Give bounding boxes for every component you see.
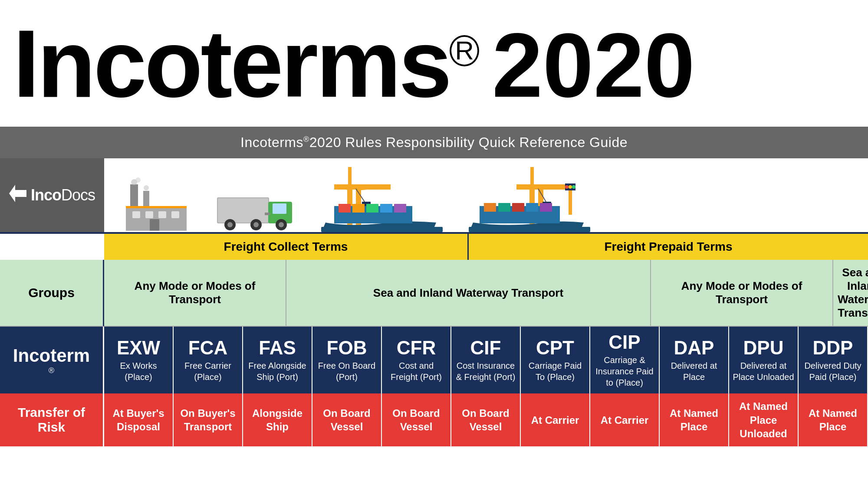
incoterm-label-reg: ® <box>49 366 54 375</box>
svg-point-18 <box>227 222 233 227</box>
svg-rect-34 <box>339 204 351 213</box>
incoterm-name-cpt: Carriage Paid To (Place) <box>523 360 587 383</box>
risk-col-0: At Buyer's Disposal <box>104 393 174 446</box>
svg-rect-9 <box>158 211 166 218</box>
incoterm-col-dap: DAP Delivered at Place <box>660 327 729 393</box>
incoterm-code-dap: DAP <box>674 337 714 358</box>
svg-rect-38 <box>394 204 406 213</box>
truck-illustration <box>217 189 295 232</box>
freight-prepaid-box: Freight Prepaid Terms <box>469 234 868 260</box>
svg-rect-36 <box>366 204 378 213</box>
svg-rect-50 <box>526 203 538 212</box>
registered-mark: R <box>450 35 479 66</box>
logo-docs: Docs <box>61 186 95 204</box>
risk-col-9: At Named Place Unloaded <box>729 393 799 446</box>
factory-illustration <box>122 176 191 232</box>
incoterm-name-cif: Cost Insurance & Freight (Port) <box>454 360 517 383</box>
svg-point-54 <box>565 185 569 189</box>
risk-row: Transfer of Risk At Buyer's DisposalOn B… <box>0 393 868 446</box>
risk-col-1: On Buyer's Transport <box>174 393 243 446</box>
incoterm-cols: EXW Ex Works (Place) FCA Free Carrier (P… <box>104 327 868 393</box>
bottom-row <box>0 446 868 464</box>
incoterm-col-fas: FAS Free Alongside Ship (Port) <box>243 327 312 393</box>
freight-spacer <box>0 234 104 260</box>
logo-illustration-row: IncoDocs <box>0 158 868 234</box>
incoterm-code-exw: EXW <box>117 337 160 358</box>
title-section: IncotermsR2020 <box>0 0 868 127</box>
incoterm-name-fob: Free On Board (Port) <box>315 360 378 383</box>
title-year: 2020 <box>492 13 695 118</box>
svg-rect-23 <box>265 213 270 215</box>
incoterm-col-cpt: CPT Carriage Paid To (Place) <box>521 327 590 393</box>
title-main: Incoterms <box>13 16 450 111</box>
incoterm-code-fob: FOB <box>327 337 367 358</box>
svg-rect-49 <box>512 203 524 212</box>
svg-rect-41 <box>516 184 573 190</box>
incoterm-code-fca: FCA <box>188 337 227 358</box>
port1-illustration <box>321 163 443 232</box>
incoterm-col-fob: FOB Free On Board (Port) <box>312 327 382 393</box>
risk-col-6: At Carrier <box>521 393 590 446</box>
incoterm-code-cip: CIP <box>608 332 640 353</box>
freight-collect-box: Freight Collect Terms <box>104 234 469 260</box>
incodocs-icon <box>9 185 26 206</box>
risk-col-8: At Named Place <box>660 393 729 446</box>
incoterm-col-exw: EXW Ex Works (Place) <box>104 327 174 393</box>
svg-rect-10 <box>171 211 179 218</box>
svg-marker-0 <box>9 185 26 202</box>
svg-rect-35 <box>352 204 365 213</box>
illustration-area <box>104 158 868 232</box>
incoterm-code-cpt: CPT <box>536 337 574 358</box>
incoterm-name-cfr: Cost and Freight (Port) <box>385 360 448 383</box>
incoterm-row: Incoterm ® EXW Ex Works (Place) FCA Free… <box>0 327 868 393</box>
gray-banner: Incoterms®2020 Rules Responsibility Quic… <box>0 127 868 158</box>
svg-point-22 <box>279 222 284 227</box>
logo-box: IncoDocs <box>0 158 104 232</box>
group-any-mode2: Any Mode or Modes of Transport <box>651 260 833 327</box>
groups-label-cell: Groups <box>0 260 104 327</box>
svg-point-55 <box>569 185 572 189</box>
incoterm-label-cell: Incoterm ® <box>0 327 104 393</box>
group-sea-inland: Sea and Inland Waterway Transport <box>286 260 651 327</box>
incoterm-code-cif: CIF <box>470 337 501 358</box>
group-sea-inland2: Sea and Inland Waterway Transport <box>833 260 868 327</box>
svg-rect-48 <box>498 203 510 212</box>
incoterm-name-fas: Free Alongside Ship (Port) <box>246 360 309 383</box>
risk-col-10: At Named Place <box>799 393 868 446</box>
incoterm-code-cfr: CFR <box>397 337 436 358</box>
freight-row: Freight Collect Terms Freight Prepaid Te… <box>0 234 868 260</box>
risk-col-7: At Carrier <box>590 393 660 446</box>
incoterm-label: Incoterm <box>13 345 90 366</box>
svg-rect-51 <box>540 203 552 212</box>
banner-text: Incoterms®2020 Rules Responsibility Quic… <box>240 134 628 150</box>
svg-rect-8 <box>145 211 153 218</box>
svg-rect-12 <box>126 206 187 208</box>
svg-rect-47 <box>484 203 496 212</box>
risk-col-2: Alongside Ship <box>243 393 312 446</box>
groups-label: Groups <box>28 285 75 300</box>
incoterm-name-cip: Carriage & Insurance Paid to (Place) <box>593 354 656 388</box>
incoterm-col-cif: CIF Cost Insurance & Freight (Port) <box>451 327 521 393</box>
groups-row: Groups Any Mode or Modes of Transport Se… <box>0 260 868 327</box>
incoterm-name-exw: Ex Works (Place) <box>107 360 170 383</box>
logo-text: IncoDocs <box>31 186 95 204</box>
port2-illustration <box>469 163 590 232</box>
svg-point-56 <box>572 185 575 189</box>
risk-col-5: On Board Vessel <box>451 393 521 446</box>
incoterm-code-dpu: DPU <box>743 337 784 358</box>
risk-col-3: On Board Vessel <box>312 393 382 446</box>
logo-inco: Inco <box>31 186 61 204</box>
svg-rect-2 <box>143 191 149 208</box>
svg-rect-16 <box>273 203 286 214</box>
incoterm-name-dap: Delivered at Place <box>662 360 726 383</box>
svg-rect-29 <box>348 167 352 191</box>
risk-label: Transfer of Risk <box>4 405 99 435</box>
svg-point-20 <box>253 222 259 227</box>
svg-point-4 <box>135 177 141 183</box>
group-any-mode: Any Mode or Modes of Transport <box>104 260 286 327</box>
incoterm-name-ddp: Delivered Duty Paid (Place) <box>801 360 865 383</box>
incoterm-code-fas: FAS <box>259 337 296 358</box>
incoterm-col-cip: CIP Carriage & Insurance Paid to (Place) <box>590 327 660 393</box>
risk-col-4: On Board Vessel <box>382 393 451 446</box>
logo-inner: IncoDocs <box>9 185 95 206</box>
